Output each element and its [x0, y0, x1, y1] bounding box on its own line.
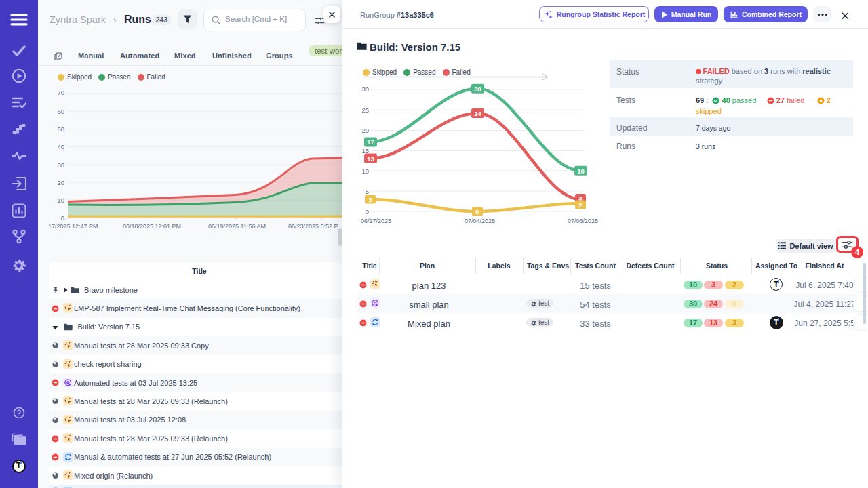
svg-text:10: 10: [361, 167, 369, 175]
svg-text:3: 3: [368, 196, 372, 203]
svg-text:40: 40: [57, 143, 64, 150]
svg-text:30: 30: [361, 85, 369, 93]
svg-text:30: 30: [474, 85, 481, 93]
svg-text:07/04/2025: 07/04/2025: [465, 218, 495, 224]
svg-text:20: 20: [57, 179, 64, 186]
svg-text:0: 0: [366, 208, 369, 216]
svg-text:60: 60: [57, 108, 64, 115]
svg-text:24: 24: [474, 110, 481, 117]
svg-text:0: 0: [475, 208, 479, 216]
svg-text:0: 0: [61, 214, 64, 220]
svg-text:25: 25: [361, 106, 369, 114]
svg-text:2: 2: [578, 201, 582, 209]
svg-text:70: 70: [57, 89, 64, 96]
svg-text:06/27/2025: 06/27/2025: [361, 218, 391, 224]
svg-text:5: 5: [366, 188, 369, 195]
svg-text:50: 50: [57, 125, 64, 133]
svg-text:17: 17: [367, 138, 374, 146]
svg-text:15: 15: [361, 147, 369, 155]
svg-text:07/06/2025: 07/06/2025: [568, 218, 598, 224]
svg-text:13: 13: [367, 155, 374, 163]
svg-text:10: 10: [577, 167, 585, 175]
svg-text:10: 10: [57, 197, 64, 204]
svg-text:20: 20: [361, 127, 369, 134]
svg-text:30: 30: [57, 161, 64, 169]
